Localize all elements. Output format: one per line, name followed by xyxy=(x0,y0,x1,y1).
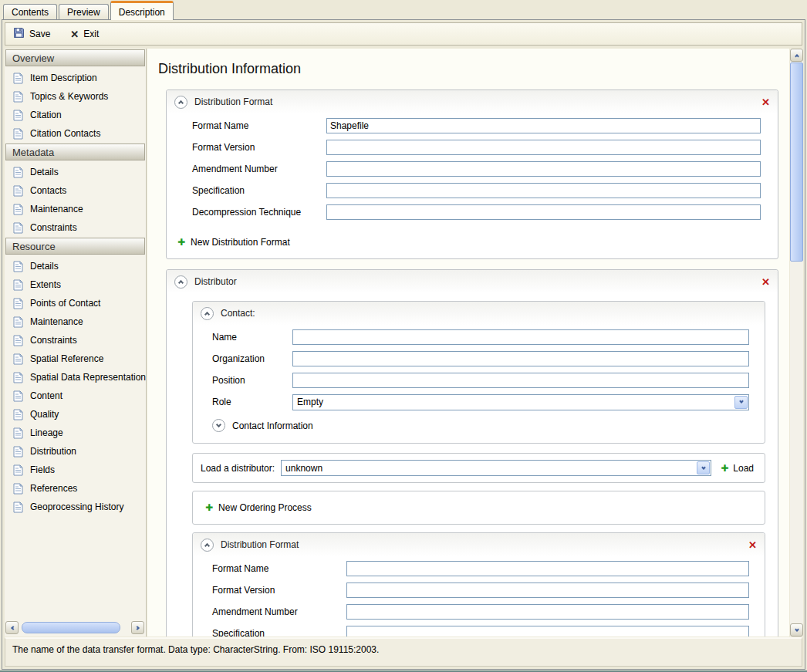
exit-button[interactable]: ✕ Exit xyxy=(70,29,99,40)
contact-name-input[interactable] xyxy=(292,329,749,345)
sidebar-item-label: Maintenance xyxy=(30,316,83,327)
specification-input[interactable] xyxy=(326,183,761,198)
document-icon xyxy=(13,446,23,458)
sidebar-item-resource-constraints[interactable]: Constraints xyxy=(5,331,146,350)
sidebar-item-label: Details xyxy=(30,261,59,272)
sidebar-item-fields[interactable]: Fields xyxy=(5,461,146,479)
sidebar-item-metadata-contacts[interactable]: Contacts xyxy=(5,181,146,200)
field-row: Format Name xyxy=(212,559,749,578)
sidebar-item-label: Topics & Keywords xyxy=(30,91,108,102)
sidebar-item-spatial-data-representation[interactable]: Spatial Data Representation xyxy=(5,368,146,387)
chevron-up-icon xyxy=(178,280,184,285)
metadata-editor-window: Contents Preview Description Save ✕ E xyxy=(0,0,807,672)
add-icon: ✚ xyxy=(177,237,185,248)
sidebar-item-lineage[interactable]: Lineage xyxy=(5,424,146,442)
field-row: Role Empty xyxy=(212,393,749,411)
sidebar-item-label: Lineage xyxy=(30,427,63,438)
collapse-button[interactable] xyxy=(201,307,214,320)
toolbar: Save ✕ Exit xyxy=(5,22,802,46)
save-button[interactable]: Save xyxy=(13,27,50,41)
specification-label: Specification xyxy=(192,185,326,196)
description-page: Save ✕ Exit Overview Item Description To… xyxy=(2,19,805,670)
document-icon xyxy=(13,185,23,197)
chevron-up-icon xyxy=(204,312,210,317)
delete-section-icon[interactable]: ✕ xyxy=(761,276,770,288)
specification-input[interactable] xyxy=(346,626,749,637)
sidebar-item-references[interactable]: References xyxy=(5,479,146,498)
add-icon: ✚ xyxy=(205,502,213,513)
amendment-number-input[interactable] xyxy=(346,604,749,620)
document-icon xyxy=(13,390,23,402)
document-icon xyxy=(13,110,23,121)
sidebar-item-item-description[interactable]: Item Description xyxy=(5,69,146,87)
format-name-input[interactable] xyxy=(326,118,761,133)
scroll-down-button[interactable] xyxy=(790,623,803,637)
dropdown-arrow-button[interactable] xyxy=(697,461,710,474)
sidebar-item-citation[interactable]: Citation xyxy=(5,106,146,124)
sidebar-item-resource-maintenance[interactable]: Maintenance xyxy=(5,312,146,331)
sidebar-item-metadata-details[interactable]: Details xyxy=(5,163,146,181)
sidebar-item-citation-contacts[interactable]: Citation Contacts xyxy=(5,124,146,143)
contact-header: Contact: xyxy=(193,302,765,325)
status-text: The name of the data transfer format. Da… xyxy=(12,644,379,655)
field-row: Name xyxy=(212,328,749,346)
sidebar-item-points-of-contact[interactable]: Points of Contact xyxy=(5,294,146,312)
sidebar-item-geoprocessing-history[interactable]: Geoprocessing History xyxy=(5,498,146,516)
new-distribution-format-link[interactable]: ✚ New Distribution Format xyxy=(177,237,778,248)
sidebar-item-label: Spatial Reference xyxy=(30,353,103,364)
content-vertical-scrollbar[interactable] xyxy=(790,49,803,637)
format-version-input[interactable] xyxy=(346,583,749,598)
horizontal-scroll-thumb[interactable] xyxy=(22,622,120,633)
load-distributor-value: unknown xyxy=(285,463,322,474)
tab-contents[interactable]: Contents xyxy=(3,4,57,19)
exit-icon: ✕ xyxy=(70,29,79,40)
scroll-up-button[interactable] xyxy=(790,49,803,62)
dropdown-arrow-button[interactable] xyxy=(734,396,748,409)
sidebar-horizontal-scrollbar[interactable] xyxy=(5,621,144,634)
load-distributor-dropdown[interactable]: unknown xyxy=(281,460,711,476)
vertical-scroll-thumb[interactable] xyxy=(790,62,803,262)
sidebar-item-metadata-constraints[interactable]: Constraints xyxy=(5,218,146,237)
distribution-format-section: Distribution Format ✕ Format Name Format… xyxy=(166,89,778,259)
scroll-right-button[interactable] xyxy=(131,621,144,634)
new-ordering-process-link[interactable]: ✚ New Ordering Process xyxy=(205,502,755,513)
contact-organization-label: Organization xyxy=(212,353,292,364)
expand-button[interactable] xyxy=(212,419,225,432)
new-ordering-process-label: New Ordering Process xyxy=(218,502,312,513)
delete-section-icon[interactable]: ✕ xyxy=(748,539,757,551)
decompression-technique-label: Decompression Technique xyxy=(192,207,326,218)
sidebar-item-extents[interactable]: Extents xyxy=(5,275,146,294)
load-button[interactable]: ✚ Load xyxy=(718,463,757,474)
contact-organization-input[interactable] xyxy=(292,351,749,366)
sidebar-item-label: Citation Contacts xyxy=(30,128,100,139)
document-icon xyxy=(13,464,23,476)
role-dropdown[interactable]: Empty xyxy=(292,394,749,410)
sidebar-item-label: Constraints xyxy=(30,335,77,346)
document-icon xyxy=(13,167,23,178)
contact-information-toggle[interactable]: Contact Information xyxy=(212,419,765,432)
sidebar-item-resource-details[interactable]: Details xyxy=(5,257,146,275)
contact-position-input[interactable] xyxy=(292,373,749,388)
sidebar-item-spatial-reference[interactable]: Spatial Reference xyxy=(5,350,146,368)
field-row: Format Name xyxy=(192,117,761,135)
tab-preview[interactable]: Preview xyxy=(59,4,109,19)
sidebar-item-metadata-maintenance[interactable]: Maintenance xyxy=(5,200,146,218)
sidebar-item-label: Spatial Data Representation xyxy=(30,372,146,383)
sidebar-item-topics-keywords[interactable]: Topics & Keywords xyxy=(5,87,146,106)
document-icon xyxy=(13,372,23,383)
scroll-left-button[interactable] xyxy=(5,621,19,634)
sidebar-item-content[interactable]: Content xyxy=(5,387,146,405)
tab-description[interactable]: Description xyxy=(110,1,174,20)
amendment-number-input[interactable] xyxy=(326,161,761,177)
format-name-input[interactable] xyxy=(346,561,749,576)
collapse-button[interactable] xyxy=(201,539,214,552)
collapse-button[interactable] xyxy=(174,96,187,109)
delete-section-icon[interactable]: ✕ xyxy=(761,96,770,108)
collapse-button[interactable] xyxy=(174,275,187,289)
decompression-technique-input[interactable] xyxy=(326,204,761,220)
nested-distribution-format-header: Distribution Format ✕ xyxy=(193,533,765,556)
sidebar-item-distribution[interactable]: Distribution xyxy=(5,442,146,461)
chevron-left-icon xyxy=(11,626,15,630)
format-version-input[interactable] xyxy=(326,140,761,155)
sidebar-item-quality[interactable]: Quality xyxy=(5,405,146,424)
